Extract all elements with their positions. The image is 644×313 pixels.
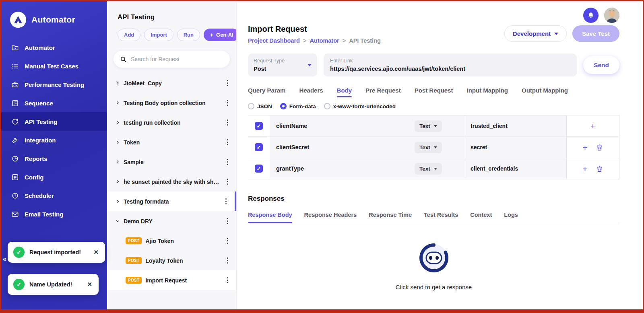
request-url-field[interactable]: Enter Link https://qa.services.ajio.com/… <box>324 54 577 76</box>
tab-pre-request[interactable]: Pre Request <box>365 87 401 97</box>
request-row-loyalty-token[interactable]: POST Loyalty Token <box>107 251 236 270</box>
main-header: Import Request Project Dashboard > Autom… <box>248 25 619 44</box>
import-button[interactable]: Import <box>144 29 173 41</box>
collection-row[interactable]: JioMeet_Copy <box>107 73 236 93</box>
save-test-button[interactable]: Save Test <box>572 25 619 42</box>
collection-row-testing-formdata[interactable]: Testing formdata <box>107 192 236 211</box>
request-type-value: Post <box>254 66 312 72</box>
add-button[interactable]: Add <box>118 29 140 41</box>
sidebar-item-scheduler[interactable]: Scheduler <box>1 186 107 205</box>
close-icon[interactable]: ✕ <box>93 249 99 256</box>
tab-post-request[interactable]: Post Request <box>415 87 453 97</box>
sidebar-collapse-icon[interactable]: « <box>3 255 6 263</box>
trash-icon[interactable] <box>596 165 603 173</box>
sidebar-item-api-testing[interactable]: API Testing <box>1 112 107 131</box>
request-row-import-request[interactable]: POST Import Request <box>107 270 236 290</box>
collection-list: JioMeet_Copy Testing Body option collect… <box>107 73 236 309</box>
add-row-icon[interactable]: + <box>590 122 595 130</box>
kebab-icon[interactable] <box>223 197 229 206</box>
tab-output-mapping[interactable]: Output Mapping <box>522 87 568 97</box>
value-cell[interactable]: client_credentials <box>464 158 566 179</box>
radio-x-www-form-urlencoded[interactable]: x-www-form-urlencoded <box>324 103 396 109</box>
radio-json[interactable]: JSON <box>248 103 272 109</box>
send-button[interactable]: Send <box>583 56 619 74</box>
kebab-icon[interactable] <box>225 276 231 285</box>
toast-message: Request imported! <box>29 249 88 255</box>
environment-dropdown[interactable]: Development <box>504 25 567 42</box>
tab-logs[interactable]: Logs <box>504 212 518 223</box>
chevron-right-icon[interactable] <box>115 199 120 204</box>
chevron-right-icon[interactable] <box>115 160 120 165</box>
tab-response-time[interactable]: Response Time <box>369 212 412 223</box>
collection-row[interactable]: he sunset painted the sky with shad... <box>107 172 236 192</box>
collection-row[interactable]: Testing Body option collection <box>107 93 236 113</box>
tab-context[interactable]: Context <box>470 212 492 223</box>
sidebar-item-config[interactable]: Config <box>1 168 107 186</box>
kebab-icon[interactable] <box>225 256 231 266</box>
kebab-icon[interactable] <box>225 138 231 147</box>
key-cell[interactable]: clientSecret <box>270 137 415 158</box>
kebab-icon[interactable] <box>225 177 231 187</box>
kebab-icon[interactable] <box>225 216 231 226</box>
sidebar-item-performance-testing[interactable]: Performance Testing <box>1 75 107 94</box>
add-row-icon[interactable]: + <box>582 165 587 173</box>
radio-form-data[interactable]: Form-data <box>280 103 316 109</box>
form-data-row: ✓ clientName Text trusted_client + <box>248 115 619 137</box>
tab-input-mapping[interactable]: Input Mapping <box>467 87 508 97</box>
sidebar-item-automator[interactable]: Automator <box>1 38 107 57</box>
top-icons <box>583 8 619 23</box>
tab-query-param[interactable]: Query Param <box>248 87 285 97</box>
tab-response-body[interactable]: Response Body <box>248 212 292 223</box>
chevron-down-icon[interactable] <box>115 219 120 224</box>
collection-row-demo-dry[interactable]: Demo DRY <box>107 211 236 231</box>
row-checkbox[interactable]: ✓ <box>255 143 263 151</box>
close-icon[interactable]: ✕ <box>86 281 93 288</box>
type-dropdown[interactable]: Text <box>415 163 442 175</box>
request-type-dropdown[interactable]: Request Type Post <box>248 54 317 76</box>
breadcrumb-separator: > <box>343 37 346 44</box>
chevron-right-icon[interactable] <box>115 120 120 125</box>
chevron-down-icon <box>434 146 437 148</box>
chevron-right-icon[interactable] <box>115 101 120 105</box>
kebab-icon[interactable] <box>225 236 231 246</box>
sidebar-item-manual-test-cases[interactable]: Manual Test Cases <box>1 57 107 75</box>
tab-response-headers[interactable]: Response Headers <box>304 212 357 223</box>
sidebar-item-integration[interactable]: Integration <box>1 131 107 149</box>
breadcrumb-project-dashboard[interactable]: Project Dashboard <box>248 37 300 44</box>
add-row-icon[interactable]: + <box>582 143 587 152</box>
kebab-icon[interactable] <box>225 118 231 128</box>
kebab-icon[interactable] <box>225 78 231 88</box>
gen-ai-button[interactable]: Gen-AI <box>204 29 237 41</box>
breadcrumb-automator[interactable]: Automator <box>310 37 339 44</box>
key-cell[interactable]: clientName <box>270 115 415 136</box>
collection-row[interactable]: Sample <box>107 152 236 172</box>
sidebar-item-email-testing[interactable]: Email Testing <box>1 205 107 223</box>
value-cell[interactable]: trusted_client <box>464 115 566 136</box>
tab-headers[interactable]: Headers <box>299 87 323 97</box>
user-avatar[interactable] <box>604 8 619 23</box>
tab-body[interactable]: Body <box>337 87 352 97</box>
kebab-icon[interactable] <box>225 98 231 108</box>
type-dropdown[interactable]: Text <box>415 142 442 153</box>
row-checkbox[interactable]: ✓ <box>255 122 263 130</box>
chevron-right-icon[interactable] <box>115 81 120 86</box>
chevron-right-icon[interactable] <box>115 140 120 145</box>
trash-icon[interactable] <box>596 144 603 151</box>
key-cell[interactable]: grantType <box>270 158 415 179</box>
sidebar-item-reports[interactable]: Reports <box>1 149 107 168</box>
type-dropdown[interactable]: Text <box>415 120 442 132</box>
run-button[interactable]: Run <box>177 29 200 41</box>
chevron-right-icon[interactable] <box>115 179 120 184</box>
value-cell[interactable]: secret <box>464 137 566 158</box>
notification-bell-icon[interactable] <box>583 8 599 23</box>
chevron-down-icon <box>434 168 437 170</box>
row-checkbox[interactable]: ✓ <box>255 165 263 173</box>
sidebar-item-label: Sequence <box>25 100 53 107</box>
request-row-ajio-token[interactable]: POST Ajio Token <box>107 231 236 251</box>
kebab-icon[interactable] <box>225 157 231 167</box>
collection-row[interactable]: Token <box>107 132 236 152</box>
collection-row[interactable]: testing run collection <box>107 113 236 132</box>
tab-test-results[interactable]: Test Results <box>424 212 458 223</box>
sidebar-item-sequence[interactable]: Sequence <box>1 94 107 112</box>
search-input[interactable] <box>131 56 223 62</box>
